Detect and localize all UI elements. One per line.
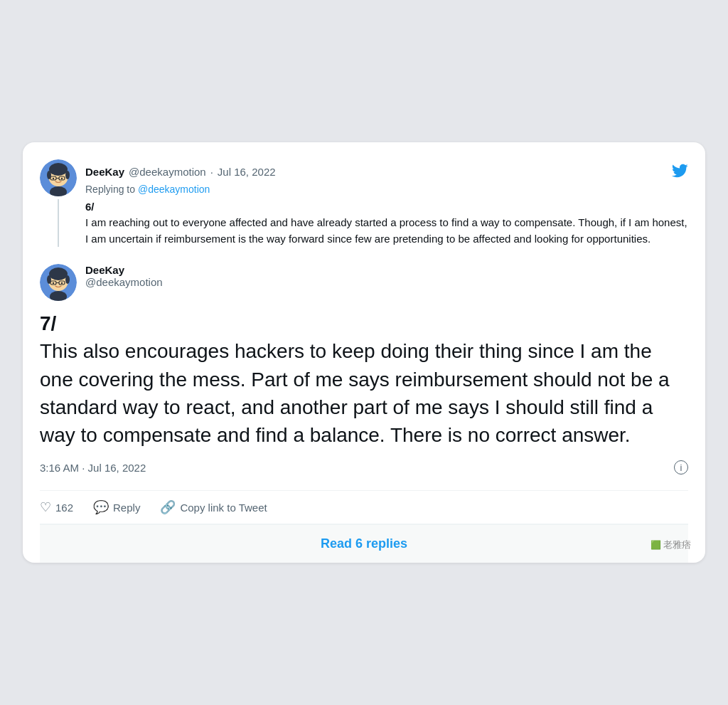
avatar2 xyxy=(40,264,77,301)
tweet2-username[interactable]: DeeKay xyxy=(85,264,163,276)
timestamp-text: 3:16 AM · Jul 16, 2022 xyxy=(40,462,146,474)
copy-link-action[interactable]: 🔗 Copy link to Tweet xyxy=(160,499,267,515)
tweet1-thread: DeeKay @deekaymotion · Jul 16, 2022 Repl… xyxy=(40,159,688,253)
heart-icon: ♡ xyxy=(40,499,51,515)
tweet1-replying-to: Replying to @deekaymotion xyxy=(85,184,688,195)
tweet1-header: DeeKay @deekaymotion · Jul 16, 2022 xyxy=(85,162,688,182)
tweet1-header-left: DeeKay @deekaymotion · Jul 16, 2022 xyxy=(85,166,276,178)
avatar1 xyxy=(40,159,77,196)
twitter-bird-icon xyxy=(671,162,688,182)
link-icon: 🔗 xyxy=(160,499,176,515)
tweet2-user: DeeKay @deekaymotion xyxy=(85,264,163,288)
read-replies-button[interactable]: Read 6 replies xyxy=(40,524,688,563)
tweet1-number: 6/ xyxy=(85,201,95,213)
tweet2-timestamp: 3:16 AM · Jul 16, 2022 i xyxy=(40,460,688,475)
watermark: 🟩 老雅痞 xyxy=(651,539,691,551)
svg-point-20 xyxy=(61,282,63,284)
tweet2-text: 7/ This also encourages hackers to keep … xyxy=(40,309,688,449)
svg-point-19 xyxy=(53,282,54,284)
info-icon[interactable]: i xyxy=(674,460,688,475)
action-bar: ♡ 162 💬 Reply 🔗 Copy link to Tweet xyxy=(40,491,688,524)
reply-label: Reply xyxy=(113,502,140,514)
like-count: 162 xyxy=(55,502,73,514)
tweet2: DeeKay @deekaymotion 7/ This also encour… xyxy=(40,253,688,490)
tweet2-header: DeeKay @deekaymotion xyxy=(40,264,688,301)
reply-action[interactable]: 💬 Reply xyxy=(93,499,140,515)
tweet-card: DeeKay @deekaymotion · Jul 16, 2022 Repl… xyxy=(23,142,705,563)
tweet1-content: DeeKay @deekaymotion · Jul 16, 2022 Repl… xyxy=(85,159,688,248)
tweet1-text: 6/ I am reaching out to everyone affecte… xyxy=(85,199,688,248)
tweet2-handle[interactable]: @deekaymotion xyxy=(85,276,163,288)
tweet1-date: Jul 16, 2022 xyxy=(218,166,276,178)
tweet1-handle[interactable]: @deekaymotion xyxy=(129,166,206,178)
tweet2-number: 7/ xyxy=(40,312,56,334)
svg-point-13 xyxy=(49,267,68,280)
svg-point-4 xyxy=(65,171,70,179)
copy-label: Copy link to Tweet xyxy=(180,502,267,514)
svg-point-2 xyxy=(49,163,68,176)
tweet1-replying-handle[interactable]: @deekaymotion xyxy=(138,184,210,195)
svg-point-8 xyxy=(53,178,54,179)
tweet1-body: I am reaching out to everyone affected a… xyxy=(85,216,687,245)
thread-left xyxy=(40,159,77,248)
tweet2-body: This also encourages hackers to keep doi… xyxy=(40,340,670,446)
svg-point-15 xyxy=(65,275,70,284)
tweet1-dot: · xyxy=(210,166,213,178)
svg-point-9 xyxy=(61,178,63,179)
reply-icon: 💬 xyxy=(93,499,109,515)
thread-line xyxy=(58,199,59,248)
like-action[interactable]: ♡ 162 xyxy=(40,499,73,515)
tweet1-username: DeeKay xyxy=(85,166,124,178)
